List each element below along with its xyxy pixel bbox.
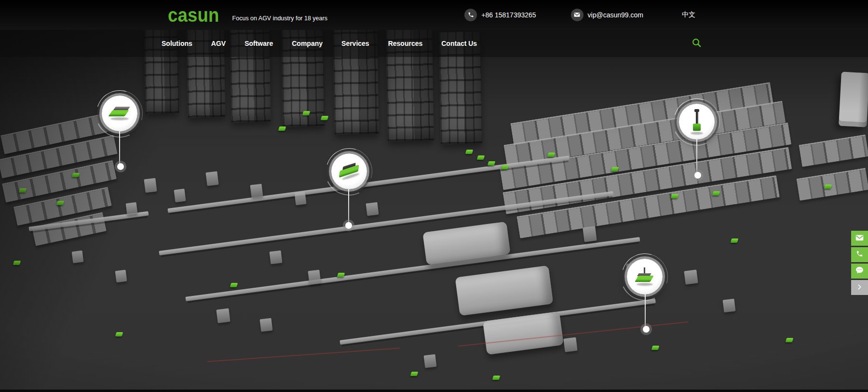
scene-machine [455, 266, 554, 316]
contact-phone-button[interactable] [851, 247, 868, 262]
nav-item-services[interactable]: Services [341, 40, 369, 47]
scene-green-agv [321, 116, 329, 120]
brand-tagline: Focus on AGV industry for 18 years [232, 15, 327, 22]
scene-green-agv [547, 153, 556, 157]
scene-green-agv [337, 273, 345, 277]
scene-green-agv [671, 194, 679, 198]
scene-container-row [799, 134, 868, 167]
hotspot-forklift-agv[interactable] [674, 98, 720, 145]
nav-item-agv[interactable]: AGV [211, 40, 226, 47]
scene-green-agv [712, 191, 720, 196]
scene-green-agv [824, 184, 832, 189]
scene-green-agv [501, 165, 509, 169]
hotspot-tow-tractor-agv[interactable] [622, 253, 668, 300]
scene-green-agv [72, 173, 80, 177]
hotspot-stem [645, 294, 646, 329]
scene-workstation [174, 189, 186, 202]
hotspot-tugger-agv[interactable] [326, 148, 372, 195]
language-switcher[interactable]: 中文 [682, 11, 695, 19]
main-nav: Solutions AGV Software Company Services … [0, 30, 868, 57]
topbar-phone[interactable]: +86 15817393265 [464, 9, 536, 21]
scene-green-agv [56, 201, 65, 205]
floating-button-stack [851, 231, 868, 295]
scene-workstation [72, 251, 84, 264]
scene-workstation [205, 171, 218, 186]
email-address: vip@casun99.com [588, 11, 643, 19]
hotspot-circle [627, 259, 663, 294]
chevron-right-icon [856, 283, 863, 292]
scene-green-agv [611, 167, 619, 171]
hotspot-anchor-dot [345, 222, 352, 229]
scene-workstation [308, 270, 321, 285]
hotspot-circle [102, 96, 137, 131]
scene-green-agv [410, 372, 419, 376]
hotspot-stem [696, 140, 697, 175]
scene-green-agv [786, 338, 794, 342]
hotspot-stem [119, 131, 120, 167]
chat-icon [855, 266, 864, 276]
scene-workstation [250, 184, 263, 198]
tugger-agv-icon [338, 162, 361, 181]
scene-workstation [294, 192, 306, 205]
scene-green-agv [230, 283, 238, 287]
casun-logo[interactable]: casun [168, 5, 219, 25]
search-button[interactable] [692, 38, 702, 50]
unit-load-agv-icon [110, 107, 129, 120]
contact-email-button[interactable] [851, 231, 868, 246]
scene-green-agv [465, 150, 474, 154]
scene-workstation [723, 299, 736, 313]
scene-guide-path [207, 348, 400, 362]
topbar-email[interactable]: vip@casun99.com [571, 9, 643, 21]
scene-green-agv [115, 332, 123, 336]
hotspot-unit-load-agv[interactable] [96, 90, 143, 137]
collapse-panel-button[interactable] [851, 280, 868, 295]
scene-green-agv [731, 238, 739, 243]
scene-container-row [796, 168, 868, 201]
scene-truck [839, 72, 868, 127]
scene-green-agv [13, 261, 21, 265]
scene-workstation [126, 202, 138, 215]
scene-green-agv [651, 346, 660, 350]
envelope-icon [855, 234, 864, 243]
scene-workstation [684, 270, 698, 285]
nav-item-company[interactable]: Company [292, 40, 323, 47]
scene-green-agv [477, 155, 485, 160]
search-icon [692, 38, 702, 50]
nav-item-software[interactable]: Software [244, 40, 273, 47]
scene-workstation [366, 202, 379, 216]
warehouse-scene [0, 0, 868, 392]
hero-warehouse-image [0, 0, 868, 392]
hotspot-anchor-dot [694, 172, 701, 179]
scene-workstation [115, 270, 127, 283]
scene-workstation [144, 178, 157, 193]
top-bar: casun Focus on AGV industry for 18 years… [0, 0, 868, 30]
scene-green-agv [492, 376, 501, 380]
hotspot-stem [348, 189, 349, 225]
hotspot-circle [679, 104, 715, 140]
live-chat-button[interactable] [851, 264, 868, 279]
phone-number: +86 15817393265 [481, 11, 536, 19]
envelope-icon [571, 9, 583, 21]
phone-icon [856, 250, 863, 259]
scene-green-agv [488, 161, 496, 166]
scene-green-agv [278, 126, 286, 131]
scene-conveyor-line [185, 237, 640, 301]
scene-workstation [270, 251, 283, 265]
scene-workstation [424, 354, 437, 368]
hotspot-anchor-dot [643, 326, 650, 333]
scene-workstation [563, 337, 577, 352]
scene-machine [483, 311, 564, 355]
hotspot-circle [331, 154, 367, 189]
scene-workstation [583, 226, 597, 242]
scene-green-agv [302, 111, 311, 115]
nav-item-solutions[interactable]: Solutions [162, 40, 192, 47]
scene-workstation [260, 318, 273, 332]
scene-green-agv [19, 188, 27, 193]
hotspot-anchor-dot [117, 163, 124, 170]
forklift-agv-icon [691, 109, 703, 135]
tow-tractor-agv-icon [637, 267, 653, 286]
nav-item-resources[interactable]: Resources [388, 40, 423, 47]
nav-item-contact-us[interactable]: Contact Us [441, 40, 477, 47]
scene-workstation [216, 308, 230, 323]
bottom-edge-strip [0, 390, 868, 392]
